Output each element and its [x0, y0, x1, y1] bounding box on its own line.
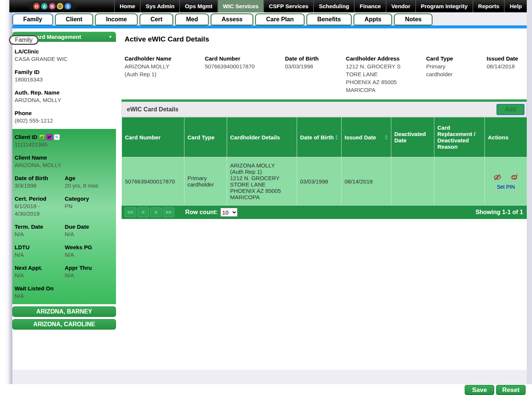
- nav-item-home[interactable]: Home: [114, 0, 140, 12]
- first-page-button[interactable]: <<: [125, 207, 136, 217]
- sort-icon[interactable]: ▲▼: [335, 134, 338, 140]
- client-field: Date of Birth 3/3/1998: [15, 175, 65, 189]
- field-value: 180016343: [15, 76, 114, 83]
- column-header-issued-date[interactable]: Issued Date ▲▼: [342, 117, 391, 157]
- active-card-summary: Cardholder Name ARIZONA MOLLY (Auth Rep …: [122, 55, 527, 96]
- context-pill-family[interactable]: Family: [9, 35, 39, 45]
- hands-logo: H A N D S: [28, 1, 76, 12]
- section-title: eWIC Card Details: [127, 106, 178, 113]
- cardholder-line: STORE LANE: [230, 181, 294, 188]
- field-value: (602) 555-1212: [15, 117, 114, 124]
- field-value: ARIZONA, MOLLY: [15, 161, 114, 169]
- field-label: Family ID: [15, 68, 114, 76]
- field-label: Client ID: [15, 133, 37, 141]
- nav-item-scheduling[interactable]: Scheduling: [313, 0, 354, 12]
- main-content: Active eWIC Card Details Cardholder Name…: [122, 28, 527, 219]
- client-id-value: 11111421385: [15, 141, 114, 148]
- client-id-field: Client ID ✓ ⇄ ✎ 11111421385: [15, 133, 114, 148]
- tab-benefits[interactable]: Benefits: [306, 13, 352, 25]
- cardholder-line: ARIZONA MOLLY: [230, 162, 294, 169]
- client-summary-panel: Client ID ✓ ⇄ ✎ 11111421385 Client Name …: [12, 129, 116, 304]
- nav-item-help[interactable]: Help: [504, 0, 527, 12]
- field-value: 1212 N. GROCERY STORE LANE PHOENIX AZ 85…: [346, 62, 403, 94]
- field-label: Wait Listed On: [15, 285, 86, 292]
- field-value: 6/1/2018 - 4/30/2019: [15, 203, 62, 217]
- footer-buttons: Save Reset: [465, 385, 526, 395]
- field-value: N/A: [65, 251, 114, 259]
- hands-logo-letter: N: [49, 3, 55, 9]
- tab-med[interactable]: Med: [175, 13, 209, 25]
- field-value: N/A: [65, 231, 114, 238]
- nav-item-ops-mgmt[interactable]: Ops Mgmt: [179, 0, 217, 12]
- tab-notes[interactable]: Notes: [394, 13, 432, 25]
- nav-item-reports[interactable]: Reports: [473, 0, 504, 12]
- client-field: Next Appt. N/A: [15, 264, 65, 279]
- cell-actions: Set PIN: [485, 157, 527, 206]
- tab-client[interactable]: Client: [55, 13, 93, 25]
- save-button[interactable]: Save: [465, 385, 494, 395]
- row-count-select[interactable]: 10: [220, 208, 238, 217]
- deactivate-card-icon[interactable]: [510, 173, 519, 182]
- summary-field: Cardholder Name ARIZONA MOLLY (Auth Rep …: [125, 55, 205, 96]
- prev-page-button[interactable]: <: [137, 207, 149, 217]
- nav-item-program-integrity[interactable]: Program Integrity: [415, 0, 473, 12]
- hide-card-icon[interactable]: [493, 173, 502, 182]
- family-field: Family ID 180016343: [15, 68, 114, 83]
- left-gutter: [0, 0, 12, 384]
- page-title: Active eWIC Card Details: [125, 35, 524, 43]
- last-page-button[interactable]: >>: [163, 207, 174, 217]
- tab-assess[interactable]: Assess: [211, 13, 253, 25]
- tab-income[interactable]: Income: [95, 13, 138, 25]
- nav-item-finance[interactable]: Finance: [354, 0, 386, 12]
- checkbox-checked-icon[interactable]: ✓: [39, 134, 45, 140]
- field-label: Cardholder Address: [346, 55, 426, 62]
- field-label: Date of Birth: [285, 55, 346, 62]
- field-label: LA/Clinic: [15, 48, 114, 55]
- cardholder-line: MARICOPA: [230, 194, 294, 200]
- field-value: 08/14/2018: [487, 62, 524, 70]
- column-label: Issued Date: [345, 134, 384, 141]
- client-field: LDTU N/A: [15, 244, 65, 259]
- field-value: ARIZONA, MOLLY: [15, 96, 114, 104]
- family-member-button-barney[interactable]: ARIZONA, BARNEY: [12, 306, 116, 317]
- client-field: Age 20 yrs, 8 mos: [65, 175, 114, 189]
- sort-icon[interactable]: ▲▼: [385, 134, 388, 140]
- cardholder-line: (Auth Rep 1): [230, 169, 294, 175]
- cardholder-line: PHOENIX AZ 85005: [230, 188, 294, 194]
- transfer-arrows-icon[interactable]: ⇄: [46, 134, 52, 140]
- next-page-button[interactable]: >: [150, 207, 162, 217]
- top-nav: H A N D S Home Sys Admin Ops Mgmt WIC Se…: [9, 0, 527, 12]
- tab-cert[interactable]: Cert: [140, 13, 173, 25]
- add-card-button[interactable]: Add: [496, 104, 525, 115]
- column-header-card-number: Card Number: [122, 117, 184, 157]
- column-header-actions: Actions: [485, 117, 527, 157]
- hands-logo-letter: A: [41, 3, 48, 9]
- set-pin-link[interactable]: Set PIN: [488, 184, 524, 190]
- family-field: LA/Clinic CASA GRANDE WIC: [15, 48, 114, 63]
- client-field: Wait Listed On N/A: [15, 285, 89, 300]
- nav-item-vendor[interactable]: Vendor: [386, 0, 415, 12]
- tab-appts[interactable]: Appts: [354, 13, 392, 25]
- scrollbar-track[interactable]: [527, 0, 532, 395]
- field-value: CASA GRANDE WIC: [15, 55, 114, 63]
- edit-note-icon[interactable]: ✎: [54, 134, 60, 140]
- tab-care-plan[interactable]: Care Plan: [255, 13, 305, 25]
- cardholder-line: 1212 N. GROCERY: [230, 175, 294, 181]
- cell-replacement-reason: [434, 157, 485, 206]
- column-header-date-of-birth[interactable]: Date of Birth ▲▼: [297, 117, 342, 157]
- nav-item-sys-admin[interactable]: Sys Admin: [140, 0, 179, 12]
- reset-button[interactable]: Reset: [496, 385, 526, 395]
- card-details-section-header: eWIC Card Details Add: [122, 102, 527, 117]
- tab-family[interactable]: Family: [12, 13, 53, 25]
- nav-item-wic-services[interactable]: WIC Services: [217, 0, 263, 12]
- field-label: Card Type: [426, 55, 487, 62]
- field-value: ARIZONA MOLLY (Auth Rep 1): [125, 62, 205, 78]
- field-value: Primary cardholder: [426, 62, 462, 78]
- family-member-button-caroline[interactable]: ARIZONA, CAROLINE: [12, 319, 116, 330]
- field-label: Issued Date: [487, 55, 524, 62]
- field-label: Appr Thru: [65, 264, 114, 272]
- page: Save Reset H A N D S Home Sys Admin Ops …: [0, 0, 532, 395]
- nav-item-csfp-services[interactable]: CSFP Services: [263, 0, 314, 12]
- hands-logo-letter: D: [57, 3, 63, 9]
- field-value: 20 yrs, 8 mos: [65, 182, 114, 189]
